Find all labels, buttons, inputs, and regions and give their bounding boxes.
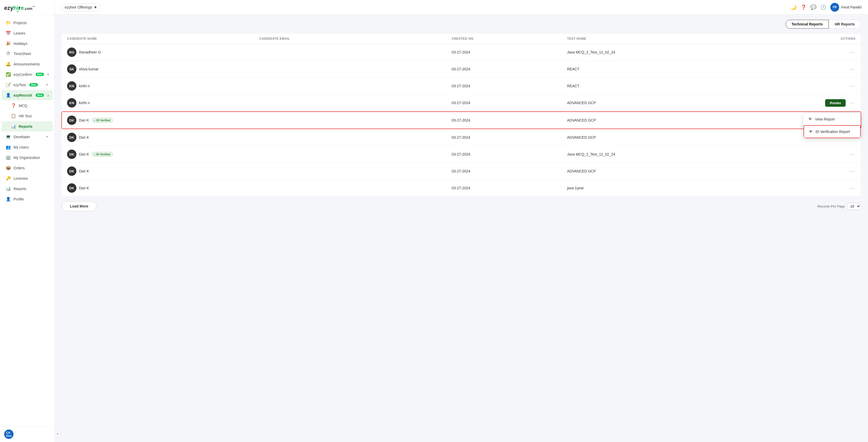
sidebar-item-reports[interactable]: 📊 Reports	[2, 121, 53, 131]
avatar: RG	[67, 47, 76, 57]
ezytest-icon: 📝	[6, 82, 11, 87]
sidebar-item-ezyconfirm[interactable]: ✅ ezyConfirm New ▼	[2, 69, 53, 79]
actions-cell: ⋯	[760, 49, 856, 56]
report-tabs: Technical Reports HR Reports	[62, 20, 861, 29]
sidebar-item-projects[interactable]: 📁 Projects	[2, 18, 53, 28]
more-actions-button[interactable]: ⋯	[848, 82, 856, 89]
sidebar-item-announcements[interactable]: 🔔 Announcements	[2, 59, 53, 69]
sidebar-item-holidays[interactable]: 🎉 Holidays	[2, 38, 53, 48]
header-right: 🌙 ❓ 💬 🕐 FP Fenil Parekh	[791, 3, 862, 12]
candidate-cell: KN kirthi n	[67, 98, 259, 107]
hr-reports-tab[interactable]: HR Reports	[829, 20, 861, 29]
more-actions-button[interactable]: ⋯	[848, 66, 856, 72]
actions-cell: ⋯	[760, 184, 856, 192]
col-candidate-name: CANDIDATE NAME	[67, 37, 259, 40]
candidate-name: shiva kumar	[79, 67, 98, 71]
created-on: 03-27-2024	[452, 135, 567, 139]
sidebar-item-reports2[interactable]: 📊 Reports	[2, 183, 53, 194]
avatar: FP	[830, 3, 839, 12]
candidate-cell: DK Dan K ID Verified	[67, 115, 259, 125]
user-avatar-button[interactable]: FP Fenil Parekh	[830, 3, 862, 12]
holidays-icon: 🎉	[6, 41, 11, 46]
records-per-page-label: Records Per Page	[817, 204, 845, 208]
sidebar-item-ezytest[interactable]: 📝 ezyTest New ▼	[2, 80, 53, 90]
more-actions-button[interactable]: ⋯	[848, 151, 856, 158]
test-name: ADVANCED GCP	[567, 118, 760, 122]
test-name: REACT	[567, 67, 760, 71]
content-area: Technical Reports HR Reports CANDIDATE N…	[55, 14, 868, 442]
actions-cell: Retake ⋯	[760, 99, 856, 107]
more-actions-button[interactable]: ⋯	[848, 99, 856, 106]
more-actions-button[interactable]: ⋯	[848, 49, 856, 56]
retake-button[interactable]: Retake	[825, 99, 846, 107]
sidebar-item-label: Licenses	[13, 176, 28, 180]
more-actions-button[interactable]: ⋯	[848, 168, 856, 174]
history-icon[interactable]: 🕐	[820, 4, 826, 10]
sidebar-item-label: Profile	[13, 197, 24, 201]
sidebar-item-leaves[interactable]: 📅 Leaves	[2, 28, 53, 38]
candidate-name: Dan K	[79, 135, 89, 139]
sidebar-item-mcq[interactable]: ❓ MCQ	[2, 101, 53, 111]
sidebar-item-label: Announcements	[13, 62, 40, 66]
sidebar-item-timesheet[interactable]: ⏱ TimeSheet	[2, 49, 53, 59]
sidebar-item-profile[interactable]: 👤 Profile	[2, 194, 53, 204]
sidebar-item-label: Orders	[13, 166, 25, 170]
sidebar-item-hr-test[interactable]: 📋 HR Test	[2, 111, 53, 121]
sidebar-item-orders[interactable]: 📦 Orders	[2, 163, 53, 173]
offerings-button[interactable]: ezyhire Offerings ▼	[61, 3, 101, 11]
more-actions-button[interactable]: ⋯	[848, 184, 856, 192]
test-name: Java MCQ_2_Test_12_02_24	[567, 50, 760, 54]
col-actions: ACTIONS	[760, 37, 856, 40]
candidate-name: Dan K	[79, 152, 89, 156]
sidebar-item-label: Holidays	[13, 41, 28, 46]
records-per-page-select[interactable]: 10 25 50	[847, 203, 861, 210]
sidebar-item-ezyrecruit[interactable]: 👤 ezyRecruit New ▲	[2, 90, 53, 100]
avatar: DK	[67, 183, 76, 193]
view-report-label: View Report	[815, 117, 835, 121]
sidebar-item-licenses[interactable]: 🔑 Licenses	[2, 173, 53, 183]
projects-icon: 📁	[6, 20, 11, 25]
technical-reports-tab[interactable]: Technical Reports	[786, 20, 829, 29]
candidate-cell: RG Ranadheer G	[67, 47, 259, 57]
records-per-page: Records Per Page 10 25 50	[817, 203, 861, 210]
candidate-name: Dan K	[79, 186, 89, 190]
eye-icon: 👁	[808, 117, 812, 122]
sidebar: ezyhire.com™ 📁 Projects 📅 Leaves 🎉 Holid…	[0, 0, 55, 442]
sidebar-item-my-organization[interactable]: 🏢 My Organization	[2, 152, 53, 163]
sidebar-item-label: MCQ	[19, 104, 27, 108]
chat-icon[interactable]: 💬	[811, 4, 816, 10]
avatar: DK	[67, 149, 76, 159]
sidebar-item-my-users[interactable]: 👥 My Users	[2, 142, 53, 152]
logo-text: ezyhire.com™	[4, 5, 35, 11]
avatar: KN	[67, 81, 76, 91]
created-on: 03-27-2024	[452, 50, 567, 54]
sidebar-item-label: ezyTest	[13, 83, 26, 87]
logo: ezyhire.com™	[0, 0, 54, 15]
avatar: DK	[67, 115, 76, 125]
candidate-name: Dan K	[79, 118, 89, 122]
table-row: DK Dan K 03-27-2024 ADVANCED GCP ⋯	[62, 163, 861, 180]
ezyrecruit-badge: New	[36, 94, 44, 97]
sidebar-item-developer[interactable]: 💻 Developer ▼	[2, 132, 53, 142]
candidate-cell: DK Dan K ID Verified	[67, 149, 259, 159]
orders-icon: 📦	[6, 165, 11, 170]
sidebar-item-label: Developer	[13, 135, 30, 139]
ezyrecruit-icon: 👤	[6, 93, 11, 98]
candidate-name: kirthi n	[79, 101, 90, 105]
table-row: DK Dan K 03-27-2024 ADVANCED GCP ⋯	[62, 129, 861, 146]
table-header: CANDIDATE NAME CANDIDATE EMAIL CREATED O…	[62, 34, 861, 44]
id-verification-report-item[interactable]: 👁 ID Verification Report	[804, 125, 861, 138]
mcq-icon: ❓	[11, 103, 16, 108]
created-on: 03-27-2024	[452, 186, 567, 190]
actions-cell: ⋯	[760, 82, 856, 89]
view-report-item[interactable]: 👁 View Report	[804, 113, 861, 125]
load-more-button[interactable]: Load More	[62, 201, 96, 211]
dark-mode-icon[interactable]: 🌙	[791, 4, 797, 10]
ca-one-logo: CAOne	[4, 430, 13, 439]
table-row: KN kirthi n 03-27-2024 REACT ⋯	[62, 78, 861, 95]
candidate-cell: KN kirthi n	[67, 81, 259, 91]
col-test-name: TEST NAME	[567, 37, 760, 40]
actions-cell: ⋯	[760, 168, 856, 174]
help-icon[interactable]: ❓	[801, 4, 806, 10]
table-row: DK Dan K ID Verified 03-27-2024 Java MCQ…	[62, 146, 861, 163]
